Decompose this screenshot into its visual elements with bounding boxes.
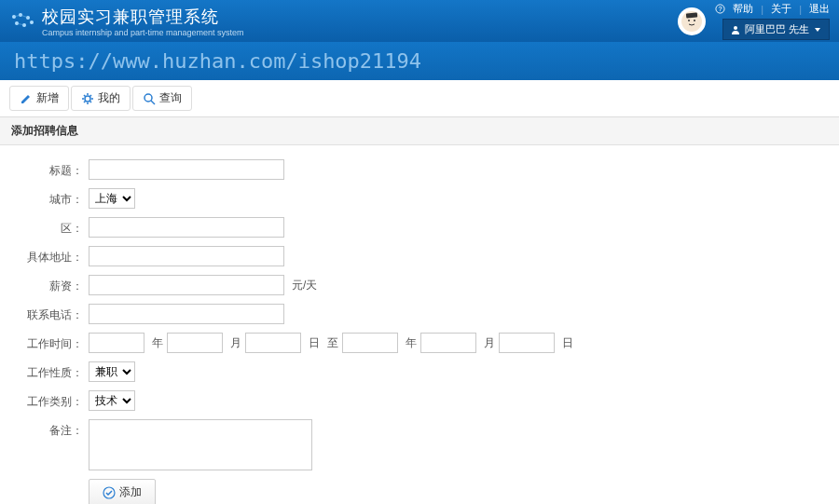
app-subtitle: Campus internship and part-time manageme…: [42, 28, 244, 37]
avatar[interactable]: [678, 7, 706, 35]
app-title: 校园实习兼职管理系统: [42, 6, 244, 28]
svg-point-12: [694, 20, 695, 21]
salary-label: 薪资：: [19, 275, 89, 294]
remark-textarea[interactable]: [89, 419, 312, 470]
phone-input[interactable]: [89, 304, 284, 324]
city-label: 城市：: [19, 188, 89, 208]
end-month-input[interactable]: [420, 333, 476, 353]
svg-point-11: [688, 20, 690, 21]
district-input[interactable]: [89, 217, 284, 238]
start-day-input[interactable]: [245, 333, 301, 353]
district-label: 区：: [19, 217, 89, 237]
category-label: 工作类别：: [19, 390, 89, 410]
end-year-input[interactable]: [342, 333, 398, 353]
salary-unit: 元/天: [292, 278, 317, 293]
about-link[interactable]: 关于: [771, 2, 791, 16]
submit-button[interactable]: 添加: [89, 479, 156, 504]
search-icon: [143, 92, 156, 105]
worktype-select[interactable]: 兼职: [89, 361, 135, 382]
logo-icon: [9, 12, 37, 31]
help-link[interactable]: 帮助: [733, 2, 753, 16]
start-year-input[interactable]: [89, 333, 144, 353]
add-button[interactable]: 新增: [9, 86, 69, 111]
user-icon: [731, 25, 740, 34]
remark-label: 备注：: [19, 419, 89, 439]
end-day-input[interactable]: [499, 333, 555, 353]
worktype-label: 工作性质：: [19, 361, 89, 381]
toolbar: 新增 我的 查询: [0, 80, 839, 117]
logout-link[interactable]: 退出: [809, 2, 830, 16]
url-watermark: https://www.huzhan.com/ishop21194: [0, 42, 839, 80]
category-select[interactable]: 技术: [89, 390, 135, 411]
svg-rect-10: [686, 12, 697, 18]
city-select[interactable]: 上海: [89, 188, 135, 209]
check-circle-icon: [103, 486, 116, 499]
worktime-label: 工作时间：: [19, 333, 89, 352]
gear-icon: [81, 92, 94, 105]
svg-point-15: [734, 26, 737, 30]
header: 校园实习兼职管理系统 Campus internship and part-ti…: [0, 0, 839, 42]
title-input[interactable]: [89, 159, 284, 180]
user-dropdown[interactable]: 阿里巴巴 先生: [722, 19, 830, 40]
section-title: 添加招聘信息: [0, 117, 839, 145]
title-label: 标题：: [19, 159, 89, 179]
svg-line-18: [151, 101, 155, 104]
user-name: 阿里巴巴 先生: [745, 22, 809, 36]
svg-point-16: [85, 96, 90, 102]
help-icon: ?: [715, 4, 725, 14]
phone-label: 联系电话：: [19, 304, 89, 323]
address-label: 具体地址：: [19, 246, 89, 266]
salary-input[interactable]: [89, 275, 284, 295]
svg-point-5: [30, 20, 34, 24]
logo-text: 校园实习兼职管理系统 Campus internship and part-ti…: [42, 6, 244, 37]
to-label: 至: [327, 335, 338, 351]
mine-button[interactable]: 我的: [71, 86, 131, 111]
svg-text:?: ?: [719, 5, 722, 13]
svg-point-17: [144, 94, 152, 102]
pencil-icon: [20, 92, 33, 105]
start-month-input[interactable]: [167, 333, 223, 353]
chevron-down-icon: [814, 26, 821, 34]
form: 标题： 城市： 上海 区： 具体地址： 薪资： 元/天 联系电话： 工作时间： …: [0, 145, 839, 504]
search-button[interactable]: 查询: [132, 86, 192, 111]
address-input[interactable]: [89, 246, 284, 266]
